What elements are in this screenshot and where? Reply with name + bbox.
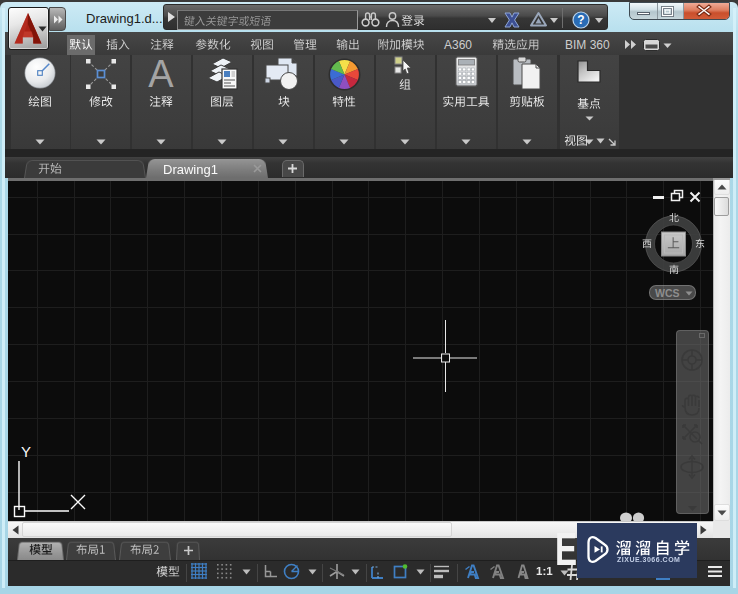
svg-text:?: ? xyxy=(577,13,584,27)
svg-text:Y: Y xyxy=(21,443,31,460)
